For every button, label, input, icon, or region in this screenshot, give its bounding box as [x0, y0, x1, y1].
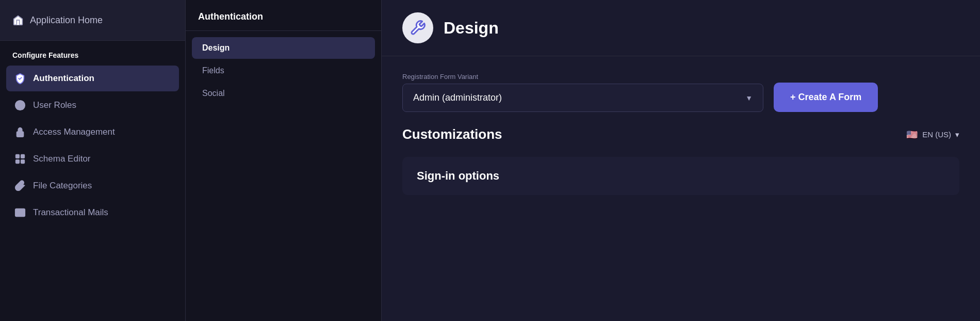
sidebar-item-authentication-label: Authentication [33, 73, 94, 84]
svg-rect-5 [16, 160, 19, 163]
middle-nav-fields[interactable]: Fields [192, 60, 375, 82]
sidebar-item-access-management-label: Access Management [33, 127, 115, 137]
main-content: Design Registration Form Variant Admin (… [382, 0, 980, 321]
schema-icon [14, 153, 26, 165]
sidebar: Application Home Configure Features Auth… [0, 0, 186, 321]
customizations-title: Customizations [402, 126, 502, 142]
sidebar-item-user-roles-label: User Roles [33, 100, 76, 110]
configure-features-label: Configure Features [0, 41, 185, 63]
form-variant-value: Admin (administrator) [413, 92, 502, 103]
svg-rect-2 [17, 132, 24, 137]
dropdown-arrow-icon: ▼ [745, 94, 753, 102]
app-home-label: Application Home [30, 15, 103, 26]
sidebar-item-schema-editor[interactable]: Schema Editor [6, 146, 179, 172]
svg-rect-4 [21, 155, 24, 158]
locale-chevron-icon: ▾ [955, 130, 959, 139]
shield-icon [14, 73, 26, 84]
form-variant-select[interactable]: Admin (administrator) ▼ [402, 84, 763, 112]
sidebar-item-file-categories[interactable]: File Categories [6, 173, 179, 199]
middle-nav: Design Fields Social [186, 31, 381, 110]
sidebar-item-transactional-mails[interactable]: Transactional Mails [6, 200, 179, 226]
sidebar-item-access-management[interactable]: Access Management [6, 119, 179, 145]
svg-point-1 [19, 103, 22, 106]
lock-icon [14, 126, 26, 138]
sidebar-item-schema-editor-label: Schema Editor [33, 154, 91, 164]
customizations-row: Customizations 🇺🇸 EN (US) ▾ [402, 126, 959, 142]
sidebar-item-transactional-mails-label: Transactional Mails [33, 207, 108, 218]
locale-label: EN (US) [922, 130, 951, 139]
wrench-icon [410, 20, 426, 36]
sidebar-item-authentication[interactable]: Authentication [6, 66, 179, 91]
sidebar-nav: Authentication User Roles Access Mana [0, 63, 185, 228]
paperclip-icon [14, 180, 26, 191]
middle-nav-social[interactable]: Social [192, 83, 375, 104]
home-icon [12, 14, 24, 26]
user-circle-icon [14, 100, 26, 111]
svg-rect-6 [21, 160, 24, 163]
design-icon-circle [402, 12, 433, 43]
main-title: Design [444, 19, 499, 38]
sidebar-item-file-categories-label: File Categories [33, 181, 92, 191]
form-variant-group: Registration Form Variant Admin (adminis… [402, 73, 763, 112]
flag-icon: 🇺🇸 [906, 129, 918, 141]
sign-in-section: Sign-in options [402, 157, 959, 195]
form-variant-row: Registration Form Variant Admin (adminis… [402, 73, 959, 112]
svg-rect-3 [16, 155, 19, 158]
sign-in-title: Sign-in options [417, 169, 945, 183]
middle-panel: Authentication Design Fields Social [186, 0, 382, 321]
sidebar-item-user-roles[interactable]: User Roles [6, 92, 179, 118]
sidebar-app-home[interactable]: Application Home [0, 0, 185, 41]
create-form-button[interactable]: + Create A Form [774, 83, 878, 112]
middle-nav-design[interactable]: Design [192, 37, 375, 59]
middle-panel-header: Authentication [186, 0, 381, 31]
locale-selector[interactable]: 🇺🇸 EN (US) ▾ [906, 129, 959, 141]
form-variant-label: Registration Form Variant [402, 73, 763, 81]
main-header: Design [382, 0, 980, 56]
main-body: Registration Form Variant Admin (adminis… [382, 56, 980, 212]
mail-icon [14, 207, 26, 218]
